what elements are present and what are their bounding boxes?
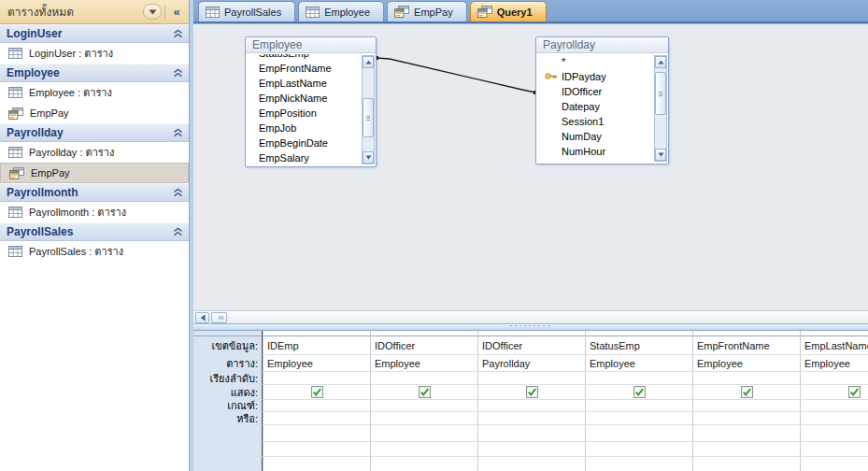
field-list-payrollday[interactable]: Payrollday*IDPaydayIDOfficerDatepaySessi… [535,36,669,164]
grid-cell-criteria-col5[interactable] [692,400,800,412]
grid-cell-empty-col1[interactable] [263,457,370,471]
grid-cell-empty-col5[interactable] [692,425,800,442]
grid-cell-table-col6[interactable]: Employee [800,355,868,372]
grid-cell-or-col4[interactable] [585,412,692,425]
scrollbar-thumb[interactable] [655,72,666,115]
grid-cell-field-col1[interactable]: IDEmp [263,336,370,355]
sidebar-section-header-payrollday[interactable]: Payrollday [0,123,189,142]
grid-cell-field-col5[interactable]: EmpFrontName [692,336,800,355]
nav-pane-collapse-button[interactable]: « [168,4,185,20]
grid-cell-criteria-col6[interactable] [800,400,868,412]
show-checkbox[interactable] [848,386,861,398]
scrollbar-track[interactable] [655,68,666,149]
grid-cell-empty-col4[interactable] [585,457,692,471]
show-checkbox[interactable] [741,386,753,398]
sidebar-item-payrollday[interactable]: Payrollday : ตาราง [0,142,189,163]
field-item-datepay[interactable]: Datepay [537,99,653,114]
nav-pane-header[interactable]: ตารางทั้งหมด « [0,0,189,24]
grid-cell-criteria-col2[interactable] [370,400,477,412]
scrollbar-track[interactable] [363,68,374,151]
grid-cell-show-col5[interactable] [692,385,800,400]
scroll-up-button[interactable] [655,56,666,68]
grid-cell-empty-col5[interactable] [692,442,800,457]
grid-cell-empty-col1[interactable] [263,425,370,442]
grid-cell-sort-col1[interactable] [263,372,370,385]
field-item-empnickname[interactable]: EmpNickName [247,91,361,106]
scroll-down-button[interactable] [655,149,666,161]
grid-cell-or-col6[interactable] [800,412,868,425]
sidebar-item-payrollsales[interactable]: PayrollSales : ตาราง [0,241,189,262]
grid-cell-or-col1[interactable] [263,412,370,425]
grid-cell-field-col6[interactable]: EmpLastName [800,336,868,355]
sidebar-item-payrollmonth[interactable]: Payrollmonth : ตาราง [0,202,189,222]
grid-cell-show-col3[interactable] [477,385,585,400]
nav-pane-menu-button[interactable] [143,4,162,20]
grid-cell-empty-col4[interactable] [585,425,692,442]
grid-cell-empty-col6[interactable] [800,442,868,457]
grid-cell-show-col4[interactable] [585,385,692,400]
grid-cell-empty-col5[interactable] [692,457,800,471]
tab-payrollsales[interactable]: PayrollSales [198,1,295,21]
tab-emppay[interactable]: EmpPay [387,1,467,21]
grid-cell-sort-col2[interactable] [370,372,477,385]
field-list-scrollbar[interactable] [654,55,667,162]
grid-cell-field-col2[interactable]: IDOfficer [370,336,477,355]
scrollbar-thumb[interactable] [363,98,374,137]
show-checkbox[interactable] [633,386,646,398]
grid-cell-show-col1[interactable] [263,385,370,400]
grid-cell-empty-col3[interactable] [477,457,585,471]
field-item-idofficer[interactable]: IDOfficer [537,84,653,99]
scroll-down-button[interactable] [363,151,374,164]
grid-cell-table-col5[interactable]: Employee [692,355,800,372]
scroll-up-button[interactable] [363,56,374,68]
pane-splitter[interactable]: ········· [193,323,868,331]
query-design-surface[interactable]: EmployeeStatusEmpEmpFrontNameEmpLastName… [193,23,868,323]
tab-query1[interactable]: Query1 [470,1,547,21]
grid-cell-empty-col3[interactable] [477,425,585,442]
grid-cell-show-col2[interactable] [370,385,477,400]
field-item-numhour[interactable]: NumHour [537,144,653,159]
field-item-empsalary[interactable]: EmpSalary [247,150,361,165]
grid-cell-empty-col2[interactable] [370,425,477,442]
field-list-employee[interactable]: EmployeeStatusEmpEmpFrontNameEmpLastName… [245,36,377,167]
grid-cell-criteria-col1[interactable] [263,400,370,412]
grid-cell-field-col3[interactable]: IDOfficer [477,336,585,355]
field-item-empbegindate[interactable]: EmpBeginDate [247,136,361,150]
show-checkbox[interactable] [311,386,323,398]
grid-cell-empty-col6[interactable] [800,425,868,442]
grid-cell-empty-col1[interactable] [263,442,370,457]
tab-employee[interactable]: Employee [298,1,384,21]
grid-cell-empty-col2[interactable] [370,442,477,457]
grid-cell-empty-col6[interactable] [800,457,868,471]
sidebar-section-header-payrollmonth[interactable]: Payrollmonth [0,183,189,202]
sidebar-item-employee[interactable]: Employee : ตาราง [0,82,189,103]
grid-cell-or-col5[interactable] [692,412,800,425]
sidebar-section-header-payrollsales[interactable]: PayrollSales [0,222,189,241]
grid-cell-table-col1[interactable]: Employee [263,355,370,372]
show-checkbox[interactable] [526,386,538,398]
grid-cell-field-col4[interactable]: StatusEmp [585,336,692,355]
grid-cell-table-col3[interactable]: Payrollday [477,355,585,372]
sidebar-section-header-employee[interactable]: Employee [0,64,189,82]
field-item-star[interactable]: * [537,54,653,69]
grid-cell-show-col6[interactable] [800,385,868,400]
field-item-session1[interactable]: Session1 [537,114,653,129]
grid-cell-criteria-col3[interactable] [477,400,585,412]
sidebar-item-loginuser[interactable]: LoginUser : ตาราง [0,43,189,64]
field-list-scrollbar[interactable] [362,55,375,164]
grid-cell-table-col4[interactable]: Employee [585,355,692,372]
field-list-title[interactable]: Payrollday [536,37,668,53]
show-checkbox[interactable] [419,386,431,398]
grid-cell-or-col2[interactable] [370,412,477,425]
grid-cell-empty-col4[interactable] [585,442,692,457]
field-item-empfrontname[interactable]: EmpFrontName [247,61,361,76]
grid-cell-table-col2[interactable]: Employee [370,355,477,372]
field-item-idpayday[interactable]: IDPayday [537,69,653,84]
grid-cell-sort-col3[interactable] [477,372,585,385]
sidebar-section-header-loginuser[interactable]: LoginUser [0,24,189,43]
field-item-empjob[interactable]: EmpJob [247,121,361,136]
sidebar-item-emppay[interactable]: EmpPay [0,103,189,123]
sidebar-item-emppay[interactable]: EmpPay [0,163,189,183]
scroll-left-button[interactable] [195,312,209,323]
grid-cell-sort-col6[interactable] [800,372,868,385]
